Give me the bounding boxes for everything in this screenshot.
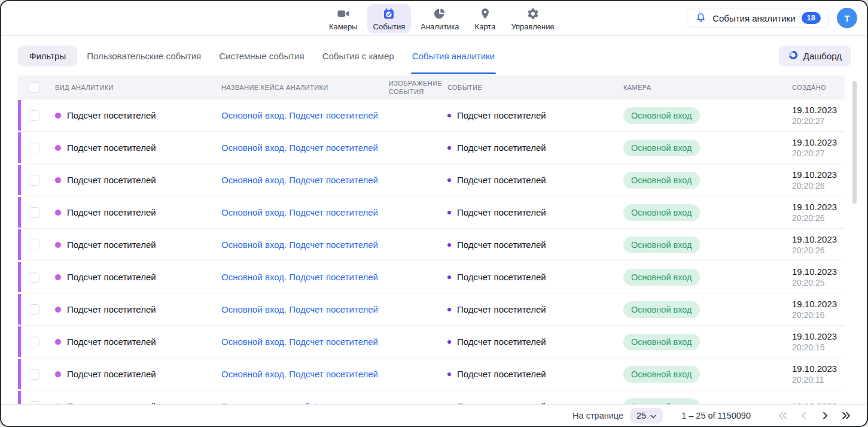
table-row[interactable]: Подсчет посетителей Основной вход. Подсч… — [18, 164, 845, 196]
chevron-down-icon — [650, 411, 656, 420]
next-page-button[interactable] — [820, 411, 830, 420]
last-page-button[interactable] — [841, 411, 851, 420]
column-header-event: СОБЫТИЕ — [447, 83, 623, 92]
analytics-type-label: Подсчет посетителей — [67, 304, 156, 314]
event-label: Подсчет посетителей — [457, 110, 546, 120]
gear-icon — [526, 7, 540, 20]
table-row[interactable]: Подсчет посетителей Основной вход. Подсч… — [18, 293, 845, 326]
analytics-type-cell: Подсчет посетителей — [55, 207, 221, 217]
table-row[interactable]: Подсчет посетителей Основной вход. Подсч… — [18, 358, 845, 390]
analytics-type-label: Подсчет посетителей — [67, 110, 156, 120]
analytics-type-label: Подсчет посетителей — [67, 272, 156, 282]
event-label: Подсчет посетителей — [457, 175, 546, 185]
table-body: Подсчет посетителей Основной вход. Подсч… — [1, 99, 867, 407]
nav-item-cameras[interactable]: Камеры — [323, 4, 364, 34]
case-name-link[interactable]: Основной вход. Подсчет посетителей — [221, 143, 378, 153]
case-name-link[interactable]: Основной вход. Подсчет посетителей — [221, 272, 378, 282]
per-page-label: На странице — [572, 411, 623, 420]
row-checkbox[interactable] — [29, 272, 39, 283]
app-window: Камеры События Анали — [0, 0, 868, 427]
row-checkbox[interactable] — [29, 337, 39, 347]
camera-cell: Основной вход — [623, 237, 792, 253]
case-name-link[interactable]: Основной вход. Подсчет посетителей — [221, 369, 378, 379]
nav-item-events[interactable]: События — [367, 4, 412, 34]
nav-label: Управление — [511, 22, 554, 31]
donut-chart-icon — [788, 50, 798, 62]
nav-item-management[interactable]: Управление — [505, 4, 560, 34]
analytics-type-label: Подсчет посетителей — [67, 175, 156, 185]
case-name-link[interactable]: Основной вход. Подсчет посетителей — [221, 304, 378, 314]
main-navigation: Камеры События Анали — [323, 4, 561, 34]
case-name-cell: Основной вход. Подсчет посетителей — [221, 304, 389, 314]
row-checkbox-cell — [18, 110, 55, 121]
vertical-scrollbar[interactable] — [852, 81, 857, 204]
camera-cell: Основной вход — [623, 204, 792, 221]
filters-button[interactable]: Фильтры — [18, 46, 77, 66]
camera-tag: Основной вход — [623, 172, 700, 189]
tab-user-events[interactable]: Пользовательские события — [87, 36, 201, 75]
table-row[interactable]: Подсчет посетителей Основной вход. Подсч… — [18, 261, 845, 293]
created-time: 20:20:25 — [792, 277, 837, 289]
camera-tag: Основной вход — [623, 140, 700, 156]
case-name-link[interactable]: Основной вход. Подсчет посетителей — [221, 207, 378, 217]
camera-cell: Основной вход — [623, 301, 792, 318]
per-page-select[interactable]: 25 — [630, 408, 663, 423]
case-name-link[interactable]: Основной вход. Подсчет посетителей — [221, 240, 378, 250]
event-ring-icon — [447, 178, 451, 182]
event-label: Подсчет посетителей — [457, 143, 546, 153]
tab-camera-events[interactable]: События с камер — [322, 36, 394, 75]
case-name-cell: Основной вход. Подсчет посетителей — [221, 175, 389, 185]
case-name-cell: Основной вход. Подсчет посетителей — [221, 369, 389, 379]
analytics-type-label: Подсчет посетителей — [67, 337, 156, 347]
tab-system-events[interactable]: Системные события — [219, 36, 304, 75]
created-time: 20:20:26 — [792, 213, 837, 224]
pager-controls — [778, 411, 851, 420]
camera-tag: Основной вход — [623, 237, 700, 253]
table-row[interactable]: Подсчет посетителей Основной вход. Подсч… — [18, 196, 845, 229]
case-name-cell: Основной вход. Подсчет посетителей — [221, 272, 389, 282]
row-checkbox-cell — [18, 240, 55, 250]
case-name-link[interactable]: Основной вход. Подсчет посетителей — [221, 337, 378, 347]
row-checkbox[interactable] — [29, 143, 39, 153]
notifications-button[interactable]: События аналитики 18 — [687, 8, 829, 28]
row-checkbox[interactable] — [29, 110, 39, 121]
previous-page-button[interactable] — [799, 411, 809, 420]
select-all-checkbox[interactable] — [29, 82, 39, 93]
first-page-button[interactable] — [778, 411, 788, 420]
dashboard-button[interactable]: Дашборд — [779, 46, 851, 66]
table-row[interactable]: Подсчет посетителей Основной вход. Подсч… — [18, 99, 845, 132]
table-row[interactable]: Подсчет посетителей Основной вход. Подсч… — [18, 326, 845, 358]
created-date: 19.10.2023 — [792, 137, 837, 148]
row-checkbox[interactable] — [29, 304, 39, 315]
created-time: 20:20:27 — [792, 116, 837, 127]
row-checkbox[interactable] — [29, 369, 39, 380]
analytics-type-cell: Подсчет посетителей — [55, 369, 221, 379]
column-header-analytics-type: ВИД АНАЛИТИКИ — [55, 83, 221, 92]
analytics-type-dot-icon — [55, 274, 61, 280]
per-page-value: 25 — [636, 411, 646, 420]
camera-tag: Основной вход — [623, 366, 700, 383]
row-checkbox-cell — [18, 272, 55, 283]
event-cell: Подсчет посетителей — [447, 272, 623, 282]
case-name-cell: Основной вход. Подсчет посетителей — [221, 240, 389, 250]
case-name-link[interactable]: Основной вход. Подсчет посетителей — [221, 175, 378, 185]
nav-item-map[interactable]: Карта — [469, 4, 502, 34]
case-name-link[interactable]: Основной вход. Подсчет посетителей — [221, 110, 378, 120]
tab-analytics-events[interactable]: События аналитики — [412, 36, 495, 75]
created-date: 19.10.2023 — [792, 234, 837, 245]
table-row[interactable]: Подсчет посетителей Основной вход. Подсч… — [18, 229, 845, 261]
row-checkbox[interactable] — [29, 175, 39, 186]
event-ring-icon — [447, 211, 451, 214]
nav-item-analytics[interactable]: Аналитика — [415, 4, 465, 34]
analytics-type-dot-icon — [55, 339, 61, 345]
created-cell: 19.10.2023 20:20:15 — [792, 331, 845, 353]
analytics-type-dot-icon — [55, 307, 61, 313]
notifications-count-badge: 18 — [802, 12, 821, 24]
row-checkbox-cell — [18, 175, 55, 186]
table-row[interactable]: Подсчет посетителей Основной вход. Подсч… — [18, 132, 845, 164]
row-checkbox[interactable] — [29, 240, 39, 250]
row-checkbox[interactable] — [29, 207, 39, 218]
avatar[interactable]: T — [837, 8, 857, 28]
event-ring-icon — [447, 340, 451, 344]
tabs: Пользовательские события Системные событ… — [87, 36, 495, 75]
